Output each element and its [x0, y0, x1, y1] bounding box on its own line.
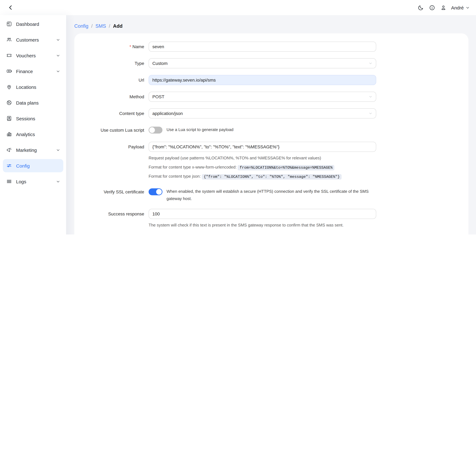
type-label: Type	[79, 58, 148, 68]
content-type-select[interactable]: application/json	[148, 108, 376, 118]
book-clock-icon	[6, 116, 12, 121]
sidebar-item-vouchers[interactable]: Vouchers	[3, 49, 63, 62]
sidebar-item-analytics[interactable]: Analytics	[3, 128, 63, 141]
lua-script-toggle[interactable]	[148, 127, 163, 134]
top-bar: André	[0, 0, 476, 15]
ssl-label: Verify SSL certificate	[79, 187, 148, 202]
banknote-icon	[6, 68, 12, 74]
customers-icon	[6, 37, 12, 43]
method-field-row: Method POST	[79, 92, 461, 102]
type-select[interactable]: Custom	[148, 58, 376, 68]
payload-format-urlencoded-code: from=%LOCATION%&to=%TO%&message=%MESSAGE…	[238, 165, 334, 170]
method-select[interactable]: POST	[148, 92, 376, 102]
sidebar-item-label: Data plans	[16, 100, 60, 105]
chevron-left-icon	[8, 4, 14, 11]
sidebar-item-label: Customers	[16, 37, 56, 42]
sidebar-item-label: Config	[16, 163, 60, 168]
user-menu[interactable]: André	[451, 5, 470, 10]
type-field-row: Type Custom	[79, 58, 461, 68]
sidebar-item-marketing[interactable]: Marketing	[3, 143, 63, 157]
sidebar-item-logs[interactable]: Logs	[3, 175, 63, 188]
sidebar-item-dashboard[interactable]: Dashboard	[3, 17, 63, 31]
topbar-actions: André	[416, 3, 470, 12]
breadcrumb-link-sms[interactable]: SMS	[95, 23, 106, 29]
url-label: Url	[79, 75, 148, 85]
content-type-label: Content type	[79, 108, 148, 118]
success-response-input[interactable]	[148, 209, 376, 219]
url-input[interactable]	[148, 75, 376, 85]
lines-icon	[6, 179, 12, 184]
chevron-down-icon	[466, 5, 470, 10]
sidebar-item-label: Vouchers	[16, 53, 56, 58]
payload-format-urlencoded: Format for content type x-www-form-urlen…	[148, 164, 376, 171]
sidebar-item-customers[interactable]: Customers	[3, 33, 63, 46]
success-response-label: Success response	[79, 209, 148, 229]
required-asterisk: *	[129, 44, 131, 49]
name-label: *Name	[79, 42, 148, 52]
main-content: Config / SMS / Add *Name Type Custom	[66, 15, 476, 234]
sms-gateway-form-card: *Name Type Custom Url	[74, 34, 468, 234]
lua-script-label: Use custom Lua script	[79, 125, 148, 135]
name-field-row: *Name	[79, 42, 461, 52]
ticket-icon	[6, 53, 12, 58]
ssl-toggle[interactable]	[148, 188, 163, 195]
dark-mode-button[interactable]	[416, 3, 425, 12]
back-button[interactable]	[6, 3, 15, 12]
breadcrumb-link-config[interactable]: Config	[74, 23, 88, 29]
sidebar-item-config[interactable]: Config	[3, 159, 63, 172]
payload-format-json-code: {"from": "%LOCATION%", "to": "%TO%", "me…	[202, 174, 342, 180]
percent-circle-icon	[6, 100, 12, 105]
breadcrumb-separator: /	[91, 23, 93, 29]
ssl-field-row: Verify SSL certificate When enabled, the…	[79, 187, 461, 202]
layout: Dashboard Customers Vouchers	[0, 15, 476, 234]
chevron-down-icon	[56, 38, 60, 42]
sidebar-item-sessions[interactable]: Sessions	[3, 112, 63, 125]
url-field-row: Url	[79, 75, 461, 85]
sidebar-item-locations[interactable]: Locations	[3, 80, 63, 94]
chevron-down-icon	[56, 179, 60, 184]
success-response-field-row: Success response The system will check i…	[79, 209, 461, 229]
method-label: Method	[79, 92, 148, 102]
sliders-icon	[6, 163, 12, 168]
payload-format-json: Format for content type json: {"from": "…	[148, 173, 376, 180]
map-pin-icon	[6, 84, 12, 90]
megaphone-icon	[6, 147, 12, 153]
sidebar-item-label: Locations	[16, 84, 60, 90]
info-icon	[429, 5, 435, 11]
account-button[interactable]	[439, 3, 448, 12]
payload-help: Request payload (use patterns %LOCATION%…	[148, 155, 376, 162]
sidebar: Dashboard Customers Vouchers	[0, 15, 66, 234]
content-type-field-row: Content type application/json	[79, 108, 461, 118]
sidebar-item-label: Dashboard	[16, 21, 60, 27]
chevron-down-icon	[369, 61, 372, 65]
sidebar-item-label: Marketing	[16, 147, 56, 153]
payload-input[interactable]	[148, 142, 376, 152]
payload-field-row: Payload Request payload (use patterns %L…	[79, 142, 461, 180]
sidebar-item-data-plans[interactable]: Data plans	[3, 96, 63, 109]
ssl-description: When enabled, the system will establish …	[166, 188, 376, 202]
chevron-down-icon	[369, 112, 372, 115]
sidebar-item-label: Finance	[16, 68, 56, 74]
sidebar-item-finance[interactable]: Finance	[3, 65, 63, 78]
breadcrumb-separator: /	[109, 23, 110, 29]
lua-script-description: Use a Lua script to generate payload	[166, 126, 233, 134]
user-icon	[441, 5, 446, 11]
dashboard-icon	[6, 21, 12, 27]
breadcrumb-current: Add	[113, 23, 122, 29]
success-response-help: The system will check if this text is pr…	[148, 222, 376, 229]
bar-chart-icon	[6, 131, 12, 137]
chevron-down-icon	[369, 95, 372, 99]
chevron-down-icon	[56, 69, 60, 73]
sidebar-item-label: Analytics	[16, 132, 60, 137]
chevron-down-icon	[56, 53, 60, 57]
name-input[interactable]	[148, 42, 376, 52]
page: André Dashboard Customers	[0, 0, 476, 234]
sidebar-item-label: Sessions	[16, 116, 60, 121]
breadcrumb: Config / SMS / Add	[74, 23, 468, 29]
lua-script-field-row: Use custom Lua script Use a Lua script t…	[79, 125, 461, 135]
sidebar-item-label: Logs	[16, 179, 56, 184]
user-name: André	[451, 5, 464, 10]
chevron-down-icon	[56, 148, 60, 152]
payload-label: Payload	[79, 142, 148, 180]
info-button[interactable]	[428, 3, 437, 12]
